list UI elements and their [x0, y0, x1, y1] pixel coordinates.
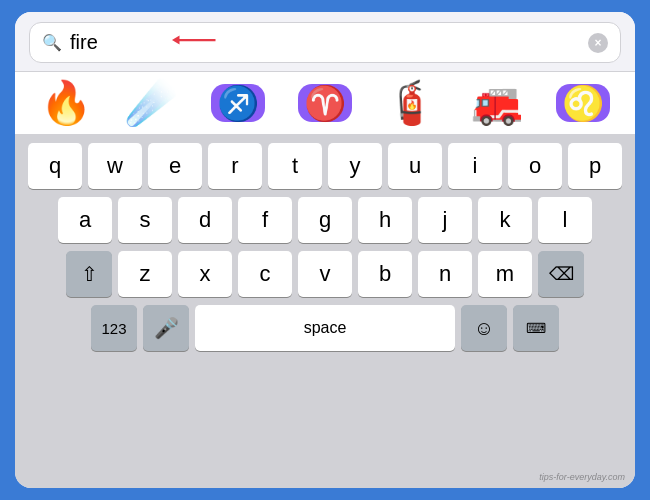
key-g[interactable]: g — [298, 197, 352, 243]
clear-button[interactable]: × — [588, 33, 608, 53]
search-icon: 🔍 — [42, 33, 62, 52]
delete-key[interactable]: ⌫ — [538, 251, 584, 297]
key-e[interactable]: e — [148, 143, 202, 189]
emoji-comet[interactable]: ☄️ — [125, 82, 177, 124]
key-row-1: q w e r t y u i o p — [19, 143, 631, 189]
emoji-key[interactable]: ☺ — [461, 305, 507, 351]
key-a[interactable]: a — [58, 197, 112, 243]
search-bar-area: 🔍 × — [15, 12, 635, 71]
key-n[interactable]: n — [418, 251, 472, 297]
emoji-fire-engine[interactable]: 🚒 — [471, 82, 523, 124]
key-s[interactable]: s — [118, 197, 172, 243]
emoji-fire[interactable]: 🔥 — [40, 82, 92, 124]
key-v[interactable]: v — [298, 251, 352, 297]
key-o[interactable]: o — [508, 143, 562, 189]
annotation-arrow — [163, 26, 223, 54]
key-w[interactable]: w — [88, 143, 142, 189]
search-input-wrapper[interactable]: 🔍 × — [29, 22, 621, 63]
search-input[interactable] — [70, 31, 580, 54]
key-m[interactable]: m — [478, 251, 532, 297]
key-row-2: a s d f g h j k l — [19, 197, 631, 243]
svg-marker-1 — [172, 36, 180, 45]
emoji-sagittarius[interactable]: ♐ — [211, 84, 265, 122]
key-l[interactable]: l — [538, 197, 592, 243]
key-u[interactable]: u — [388, 143, 442, 189]
watermark: tips-for-everyday.com — [539, 472, 625, 482]
key-t[interactable]: t — [268, 143, 322, 189]
num-key[interactable]: 123 — [91, 305, 137, 351]
key-y[interactable]: y — [328, 143, 382, 189]
key-d[interactable]: d — [178, 197, 232, 243]
key-h[interactable]: h — [358, 197, 412, 243]
shift-key[interactable]: ⇧ — [66, 251, 112, 297]
mic-key[interactable]: 🎤 — [143, 305, 189, 351]
key-r[interactable]: r — [208, 143, 262, 189]
key-row-3: ⇧ z x c v b n m ⌫ — [19, 251, 631, 297]
key-b[interactable]: b — [358, 251, 412, 297]
key-row-bottom: 123 🎤 space ☺ ⌨ — [19, 305, 631, 351]
key-c[interactable]: c — [238, 251, 292, 297]
globe-key[interactable]: ⌨ — [513, 305, 559, 351]
key-q[interactable]: q — [28, 143, 82, 189]
emoji-leo[interactable]: ♌ — [556, 84, 610, 122]
key-i[interactable]: i — [448, 143, 502, 189]
key-f[interactable]: f — [238, 197, 292, 243]
key-p[interactable]: p — [568, 143, 622, 189]
emoji-results-row: 🔥 ☄️ ♐ ♈ 🧯 🚒 ♌ — [15, 71, 635, 135]
space-key[interactable]: space — [195, 305, 455, 351]
key-k[interactable]: k — [478, 197, 532, 243]
keyboard: q w e r t y u i o p a s d f g h j k l ⇧ … — [15, 135, 635, 488]
emoji-extinguisher[interactable]: 🧯 — [385, 82, 437, 124]
key-z[interactable]: z — [118, 251, 172, 297]
emoji-aries[interactable]: ♈ — [298, 84, 352, 122]
key-x[interactable]: x — [178, 251, 232, 297]
key-j[interactable]: j — [418, 197, 472, 243]
